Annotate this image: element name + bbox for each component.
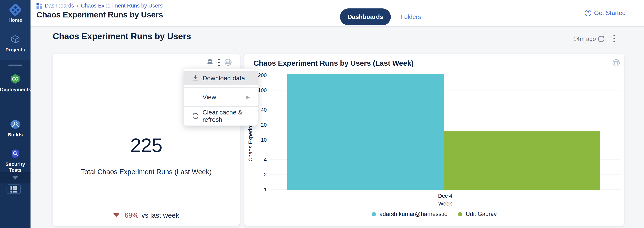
sidebar-item-deployments[interactable]: Deployments xyxy=(0,74,30,92)
module-picker-button[interactable] xyxy=(6,184,21,194)
x-axis-tick: Dec 4 xyxy=(270,193,621,199)
sidebar-item-label: Builds xyxy=(0,132,30,138)
tab-folders[interactable]: Folders xyxy=(400,13,421,21)
chart-title: Chaos Experiment Runs by Users (Last Wee… xyxy=(254,59,414,67)
menu-item-label: Download data xyxy=(202,74,245,82)
sidebar-item-label: Deployments xyxy=(0,87,30,92)
alert-bell-icon[interactable] xyxy=(206,58,214,67)
x-axis-title: Week xyxy=(270,201,621,207)
sidebar-item-label: Security Tests xyxy=(0,161,30,173)
chart-plot xyxy=(270,73,621,190)
bar-Udit Gaurav[interactable] xyxy=(444,131,600,190)
legend-dot-icon xyxy=(458,212,462,216)
y-axis-tick-label: 4 xyxy=(246,157,267,163)
top-header: Dashboards › Chaos Experiment Runs by Us… xyxy=(30,0,644,27)
legend-dot-icon xyxy=(372,212,376,216)
get-started-label: Get Started xyxy=(594,9,626,17)
y-axis-tick-label: 2 xyxy=(246,172,267,178)
tile-label: Total Chaos Experiment Runs (Last Week) xyxy=(53,168,240,176)
cube-icon xyxy=(0,35,30,44)
tile-options-menu: Download data View ▶ Clear cache & refre… xyxy=(184,68,258,126)
grid-icon xyxy=(10,186,17,192)
sidebar-item-home[interactable]: Home xyxy=(0,5,30,23)
sidebar-collapse-band[interactable] xyxy=(0,172,30,183)
tab-dashboards[interactable]: Dashboards xyxy=(340,9,391,25)
bar-adarsh.kumar@harness.io[interactable] xyxy=(287,74,444,190)
sidebar: Home Projects Deployments xyxy=(0,0,30,228)
sidebar-drag-handle[interactable] xyxy=(8,65,22,66)
get-started-link[interactable]: ? Get Started xyxy=(585,9,626,17)
dashboard-more-options-icon[interactable] xyxy=(614,35,615,42)
chevron-down-icon xyxy=(12,176,18,180)
breadcrumb: Dashboards › Chaos Experiment Runs by Us… xyxy=(36,3,167,9)
globe-icon[interactable] xyxy=(224,58,232,67)
sidebar-item-label: Projects xyxy=(0,47,30,53)
chevron-right-icon: › xyxy=(76,3,78,9)
sidebar-item-label: Home xyxy=(0,17,30,23)
tile-value: 225 xyxy=(53,134,240,157)
caret-right-icon: ▶ xyxy=(246,94,250,100)
chart-legend: adarsh.kumar@harness.ioUdit Gaurav xyxy=(244,211,624,217)
chevron-right-icon: › xyxy=(165,3,167,9)
menu-item-clear-cache-refresh[interactable]: Clear cache & refresh xyxy=(184,109,258,123)
shield-icon xyxy=(0,149,30,159)
tile-more-options-icon[interactable] xyxy=(218,59,220,66)
y-axis-tick-label: 10 xyxy=(246,137,267,143)
download-icon xyxy=(192,74,200,82)
refresh-icon[interactable] xyxy=(597,34,606,43)
legend-label: Udit Gaurav xyxy=(466,211,496,217)
menu-item-label: Clear cache & refresh xyxy=(202,109,258,123)
menu-item-label: View xyxy=(202,93,216,101)
breadcrumb-dashboards[interactable]: Dashboards xyxy=(45,3,74,9)
tab-bar: Dashboards Folders xyxy=(340,9,421,25)
builds-ci-icon xyxy=(0,120,30,129)
menu-item-view[interactable]: View ▶ xyxy=(184,90,258,104)
delta-suffix: vs last week xyxy=(142,211,179,219)
sidebar-item-security-tests[interactable]: Security Tests xyxy=(0,149,30,173)
last-refresh-time: 14m ago xyxy=(573,36,596,42)
tile-delta-row: -69% vs last week xyxy=(53,211,240,219)
menu-divider xyxy=(184,87,258,88)
breadcrumb-current-dashboard[interactable]: Chaos Experiment Runs by Users xyxy=(81,3,163,9)
legend-item[interactable]: adarsh.kumar@harness.io xyxy=(372,211,448,217)
dashboards-icon xyxy=(36,3,42,9)
sync-icon xyxy=(192,112,200,120)
globe-icon[interactable] xyxy=(612,59,620,68)
menu-item-download-data[interactable]: Download data xyxy=(184,71,258,85)
sidebar-item-builds[interactable]: Builds xyxy=(0,120,30,138)
triangle-down-icon xyxy=(114,213,120,217)
tile-actions xyxy=(206,58,232,67)
legend-label: adarsh.kumar@harness.io xyxy=(379,211,448,217)
dashboard-heading: Chaos Experiment Runs by Users xyxy=(53,31,191,41)
sidebar-item-projects[interactable]: Projects xyxy=(0,35,30,53)
bar-chart-tile: Chaos Experiment Runs by Users (Last Wee… xyxy=(244,54,624,226)
page-title: Chaos Experiment Runs by Users xyxy=(36,10,163,19)
y-axis-tick-label: 1 xyxy=(246,186,267,193)
delta-percent: -69% xyxy=(122,211,138,219)
deployments-cd-icon xyxy=(0,74,30,84)
help-question-icon: ? xyxy=(585,10,592,16)
home-icon xyxy=(0,5,30,15)
legend-item[interactable]: Udit Gaurav xyxy=(458,211,496,217)
